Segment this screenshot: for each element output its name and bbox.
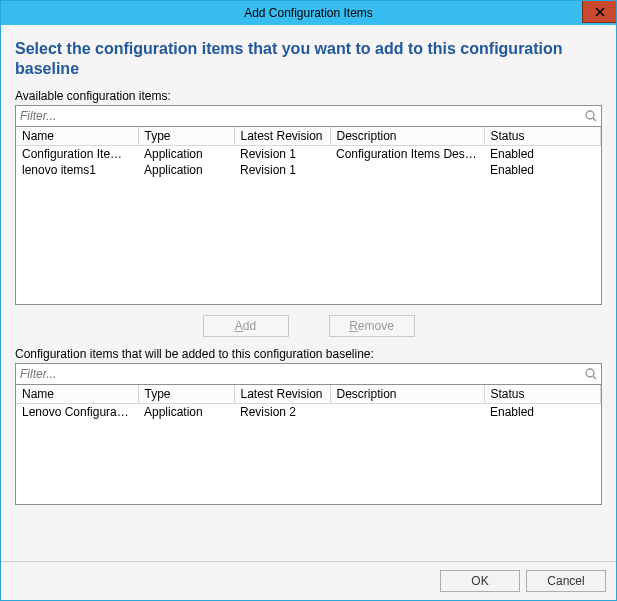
col-header-name[interactable]: Name: [16, 127, 138, 146]
titlebar: Add Configuration Items: [1, 1, 616, 25]
cell-name: lenovo items1: [16, 162, 138, 178]
cell-description: Configuration Items Descrip...: [330, 146, 484, 163]
col-header-type[interactable]: Type: [138, 385, 234, 404]
cell-name: Lenovo Configuration...: [16, 404, 138, 421]
cell-name: Configuration Items S...: [16, 146, 138, 163]
cell-revision: Revision 2: [234, 404, 330, 421]
added-grid[interactable]: Name Type Latest Revision Description St…: [15, 385, 602, 505]
svg-line-3: [593, 118, 596, 121]
added-header-row[interactable]: Name Type Latest Revision Description St…: [16, 385, 601, 404]
cell-status: Enabled: [484, 146, 601, 163]
col-header-revision[interactable]: Latest Revision: [234, 127, 330, 146]
available-filter-input[interactable]: [16, 107, 581, 125]
added-filter-row: [15, 363, 602, 385]
close-button[interactable]: [582, 1, 616, 23]
table-row[interactable]: lenovo items1 Application Revision 1 Ena…: [16, 162, 601, 178]
cell-type: Application: [138, 162, 234, 178]
col-header-description[interactable]: Description: [330, 127, 484, 146]
available-label: Available configuration items:: [15, 89, 602, 103]
available-header-row[interactable]: Name Type Latest Revision Description St…: [16, 127, 601, 146]
cell-type: Application: [138, 146, 234, 163]
available-grid[interactable]: Name Type Latest Revision Description St…: [15, 127, 602, 305]
cell-description: [330, 162, 484, 178]
cell-revision: Revision 1: [234, 146, 330, 163]
col-header-status[interactable]: Status: [484, 127, 601, 146]
svg-point-4: [586, 369, 594, 377]
add-button[interactable]: Add: [203, 315, 289, 337]
col-header-revision[interactable]: Latest Revision: [234, 385, 330, 404]
window-title: Add Configuration Items: [1, 6, 616, 20]
close-icon: [595, 7, 605, 17]
page-heading: Select the configuration items that you …: [15, 39, 602, 79]
remove-button[interactable]: Remove: [329, 315, 415, 337]
added-filter-input[interactable]: [16, 365, 581, 383]
svg-line-5: [593, 376, 596, 379]
search-icon[interactable]: [581, 109, 601, 123]
cell-revision: Revision 1: [234, 162, 330, 178]
available-filter-row: [15, 105, 602, 127]
col-header-description[interactable]: Description: [330, 385, 484, 404]
added-label: Configuration items that will be added t…: [15, 347, 602, 361]
add-remove-row: Add Remove: [15, 305, 602, 347]
cancel-button[interactable]: Cancel: [526, 570, 606, 592]
col-header-status[interactable]: Status: [484, 385, 601, 404]
cell-description: [330, 404, 484, 421]
cell-status: Enabled: [484, 404, 601, 421]
table-row[interactable]: Lenovo Configuration... Application Revi…: [16, 404, 601, 421]
search-icon[interactable]: [581, 367, 601, 381]
svg-point-2: [586, 111, 594, 119]
table-row[interactable]: Configuration Items S... Application Rev…: [16, 146, 601, 163]
col-header-type[interactable]: Type: [138, 127, 234, 146]
dialog-footer: OK Cancel: [1, 561, 616, 600]
dialog-window: Add Configuration Items Select the confi…: [0, 0, 617, 601]
col-header-name[interactable]: Name: [16, 385, 138, 404]
cell-type: Application: [138, 404, 234, 421]
cell-status: Enabled: [484, 162, 601, 178]
dialog-body: Select the configuration items that you …: [1, 25, 616, 561]
ok-button[interactable]: OK: [440, 570, 520, 592]
